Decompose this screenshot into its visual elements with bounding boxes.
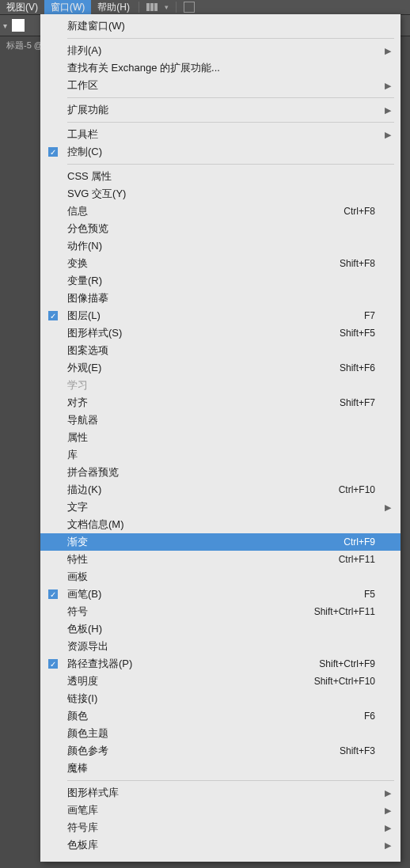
menuitem-label: 排列(A) bbox=[66, 44, 375, 58]
menuitem-label: 对齐 bbox=[66, 396, 340, 410]
menuitem[interactable]: 图像描摹 bbox=[40, 290, 401, 307]
menuitem[interactable]: 色板库▶ bbox=[40, 836, 401, 854]
menuitem-label: 工具栏 bbox=[66, 127, 375, 142]
menu-view[interactable]: 视图(V) bbox=[0, 0, 44, 14]
menuitem-label: 描边(K) bbox=[66, 483, 339, 497]
menuitem[interactable]: 文档信息(M) bbox=[40, 516, 401, 533]
menuitem[interactable]: 图案选项 bbox=[40, 342, 401, 359]
menuitem[interactable]: 色板(H) bbox=[40, 620, 401, 638]
menuitem[interactable]: 分色预览 bbox=[40, 220, 401, 237]
menu-separator bbox=[67, 164, 394, 165]
menuitem-label: 分色预览 bbox=[66, 222, 375, 236]
menuitem[interactable]: 变换Shift+F8 bbox=[40, 255, 401, 272]
menuitem[interactable]: 信息Ctrl+F8 bbox=[40, 203, 401, 220]
menuitem[interactable]: 链接(I) bbox=[40, 690, 401, 707]
menuitem[interactable]: 导航器 bbox=[40, 411, 401, 429]
menuitem-accelerator: F6 bbox=[364, 711, 380, 722]
menuitem-label: 工作区 bbox=[66, 78, 375, 93]
submenu-arrow-icon: ▶ bbox=[380, 840, 391, 851]
menu-separator bbox=[67, 97, 394, 98]
menuitem[interactable]: 画板 bbox=[40, 568, 401, 586]
window-menu-dropdown: 新建窗口(W)排列(A)▶查找有关 Exchange 的扩展功能...工作区▶扩… bbox=[40, 14, 401, 862]
menuitem-label: 颜色参考 bbox=[66, 744, 340, 758]
submenu-arrow-icon: ▶ bbox=[380, 130, 391, 140]
menuitem-label: 图形样式(S) bbox=[66, 326, 340, 340]
menuitem[interactable]: 图形样式(S)Shift+F5 bbox=[40, 324, 401, 342]
menuitem-accelerator: Shift+F6 bbox=[340, 362, 380, 373]
chevron-down-icon[interactable]: ▾ bbox=[165, 3, 169, 11]
menuitem[interactable]: ✓图层(L)F7 bbox=[40, 307, 401, 324]
menuitem-accelerator: Shift+F3 bbox=[340, 745, 380, 756]
menuitem-label: 图像描摹 bbox=[66, 291, 375, 305]
menuitem[interactable]: 外观(E)Shift+F6 bbox=[40, 359, 401, 377]
submenu-arrow-icon: ▶ bbox=[380, 105, 391, 116]
menubar-divider bbox=[176, 2, 177, 13]
menuitem[interactable]: 文字▶ bbox=[40, 498, 401, 516]
menuitem[interactable]: 符号Shift+Ctrl+F11 bbox=[40, 603, 401, 620]
submenu-arrow-icon: ▶ bbox=[380, 502, 391, 513]
menuitem-label: 拼合器预览 bbox=[66, 465, 375, 479]
menuitem[interactable]: 魔棒 bbox=[40, 760, 401, 777]
color-swatch[interactable] bbox=[12, 19, 25, 32]
menuitem-label: 符号 bbox=[66, 605, 314, 619]
menu-separator bbox=[67, 38, 394, 39]
menuitem: 学习 bbox=[40, 377, 401, 394]
menuitem[interactable]: 属性 bbox=[40, 429, 401, 446]
menuitem-label: 导航器 bbox=[66, 413, 375, 427]
menuitem[interactable]: CSS 属性 bbox=[40, 168, 401, 185]
menuitem-accelerator: Ctrl+F8 bbox=[344, 206, 380, 217]
menuitem-check-column: ✓ bbox=[40, 147, 66, 157]
menuitem[interactable]: 颜色F6 bbox=[40, 707, 401, 725]
menuitem-accelerator: Ctrl+F11 bbox=[339, 554, 380, 565]
menuitem[interactable]: 资源导出 bbox=[40, 638, 401, 655]
menuitem-label: 资源导出 bbox=[66, 639, 375, 654]
menuitem[interactable]: 透明度Shift+Ctrl+F10 bbox=[40, 673, 401, 690]
menuitem-accelerator: Shift+Ctrl+F11 bbox=[314, 606, 380, 617]
menuitem-label: 画笔(B) bbox=[66, 587, 364, 601]
menu-window[interactable]: 窗口(W) bbox=[44, 0, 91, 14]
menuitem-accelerator: Shift+F5 bbox=[340, 328, 380, 339]
menuitem[interactable]: 拼合器预览 bbox=[40, 464, 401, 481]
menuitem-label: 扩展功能 bbox=[66, 103, 375, 117]
menuitem[interactable]: ✓控制(C) bbox=[40, 143, 401, 161]
workspace-switcher-icon[interactable] bbox=[146, 3, 158, 11]
menuitem[interactable]: 扩展功能▶ bbox=[40, 101, 401, 119]
menuitem[interactable]: 动作(N) bbox=[40, 237, 401, 255]
check-icon: ✓ bbox=[48, 311, 58, 320]
menuitem[interactable]: 排列(A)▶ bbox=[40, 42, 401, 59]
menuitem[interactable]: 颜色主题 bbox=[40, 725, 401, 742]
menuitem[interactable]: 符号库▶ bbox=[40, 819, 401, 836]
menuitem[interactable]: ✓路径查找器(P)Shift+Ctrl+F9 bbox=[40, 655, 401, 673]
menuitem-label: 颜色 bbox=[66, 709, 364, 723]
menuitem[interactable]: 描边(K)Ctrl+F10 bbox=[40, 481, 401, 498]
menuitem[interactable]: SVG 交互(Y) bbox=[40, 185, 401, 203]
touch-icon[interactable] bbox=[184, 2, 195, 13]
menuitem[interactable]: 画笔库▶ bbox=[40, 802, 401, 819]
menuitem-label: SVG 交互(Y) bbox=[66, 187, 375, 201]
menuitem[interactable]: ✓画笔(B)F5 bbox=[40, 586, 401, 603]
menuitem[interactable]: 工作区▶ bbox=[40, 77, 401, 94]
menuitem[interactable]: 变量(R) bbox=[40, 272, 401, 290]
menuitem-accelerator: Ctrl+F10 bbox=[339, 484, 380, 495]
menuitem[interactable]: 特性Ctrl+F11 bbox=[40, 551, 401, 568]
menuitem[interactable]: 图形样式库▶ bbox=[40, 784, 401, 802]
menuitem-label: 魔棒 bbox=[66, 761, 375, 775]
menuitem-accelerator: Shift+F8 bbox=[340, 258, 380, 269]
menuitem-label: 色板(H) bbox=[66, 622, 375, 636]
menuitem-label: 色板库 bbox=[66, 838, 375, 852]
menuitem-label: 图形样式库 bbox=[66, 786, 375, 800]
menuitem[interactable]: 库 bbox=[40, 446, 401, 464]
menuitem-label: 变换 bbox=[66, 256, 340, 271]
menuitem[interactable]: 新建窗口(W) bbox=[40, 17, 401, 35]
menuitem-label: 查找有关 Exchange 的扩展功能... bbox=[66, 61, 375, 75]
menuitem[interactable]: 工具栏▶ bbox=[40, 126, 401, 143]
menuitem[interactable]: 查找有关 Exchange 的扩展功能... bbox=[40, 59, 401, 77]
chevron-down-icon[interactable]: ▾ bbox=[3, 21, 7, 30]
menuitem[interactable]: 对齐Shift+F7 bbox=[40, 394, 401, 411]
menuitem-accelerator: Shift+Ctrl+F9 bbox=[319, 658, 380, 669]
menuitem-accelerator: F7 bbox=[364, 310, 380, 321]
menu-help[interactable]: 帮助(H) bbox=[91, 0, 136, 14]
menuitem[interactable]: 渐变Ctrl+F9 bbox=[40, 533, 401, 551]
menuitem[interactable]: 颜色参考Shift+F3 bbox=[40, 742, 401, 760]
menuitem-label: 链接(I) bbox=[66, 692, 375, 706]
